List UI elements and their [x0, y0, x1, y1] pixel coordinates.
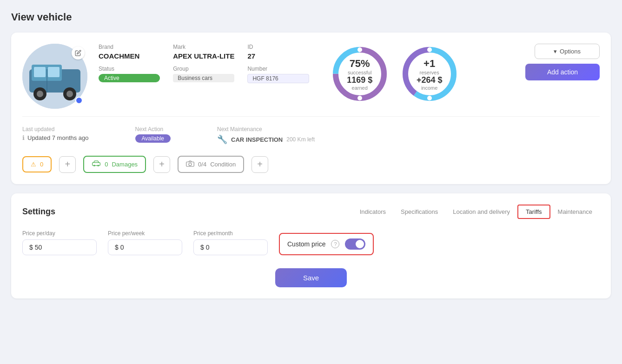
svg-point-19 — [427, 96, 432, 100]
damages-label: Damages — [112, 161, 138, 168]
donut1-sub: successful — [347, 70, 372, 75]
vehicle-avatar — [22, 44, 87, 109]
custom-price-toggle[interactable] — [345, 238, 365, 250]
price-week-input[interactable] — [108, 239, 182, 255]
badges-row: ⚠ 0 + 0 Damages + — [22, 156, 600, 173]
last-updated-label: Last updated — [22, 126, 89, 132]
svg-point-7 — [37, 91, 43, 97]
price-day-group: Price per/day — [22, 230, 97, 255]
last-updated-group: Last updated ℹ Updated 7 months ago — [22, 126, 89, 141]
custom-price-label: Custom price — [287, 240, 325, 248]
group-label: Group — [173, 66, 234, 72]
donut2-income-label: income — [417, 85, 443, 91]
brand-group: Brand COACHMEN — [99, 44, 160, 60]
help-icon: ? — [331, 240, 339, 248]
id-group: ID 27 — [247, 44, 309, 60]
donut1-percent: 75% — [347, 58, 372, 70]
donut2-income: +264 $ — [417, 75, 443, 85]
page-title: View vehicle — [11, 11, 611, 23]
number-group: Number HGF 8176 — [247, 66, 309, 83]
tab-tariffs[interactable]: Tariffs — [517, 205, 550, 219]
next-maintenance-group: Next Maintenance 🔧 CAR INSPECTION 200 Km… — [217, 126, 315, 145]
warning-icon: ⚠ — [31, 161, 36, 168]
brand-label: Brand — [99, 44, 160, 50]
damages-badge[interactable]: 0 Damages — [83, 156, 146, 173]
svg-point-18 — [427, 47, 432, 52]
status-badge: Active — [99, 74, 160, 82]
price-month-label: Price per/month — [193, 230, 268, 237]
tab-indicators[interactable]: Indicators — [352, 205, 393, 218]
settings-title: Settings — [22, 207, 55, 217]
donut2-count-label: reserves — [417, 70, 443, 75]
vehicle-info: Brand COACHMEN Mark APEX ULTRA-LITE ID 2… — [99, 44, 309, 83]
svg-point-13 — [357, 47, 362, 52]
svg-point-9 — [66, 91, 73, 97]
custom-price-group: Custom price ? — [279, 233, 374, 255]
tab-maintenance[interactable]: Maintenance — [550, 205, 600, 218]
info-row: Last updated ℹ Updated 7 months ago Next… — [22, 116, 600, 145]
vehicle-card: Brand COACHMEN Mark APEX ULTRA-LITE ID 2… — [11, 33, 611, 184]
last-updated-value: ℹ Updated 7 months ago — [22, 134, 89, 141]
status-label: Status — [99, 66, 160, 72]
id-label: ID — [247, 44, 309, 50]
warning-add-button[interactable]: + — [59, 156, 76, 173]
condition-count: 0/4 — [198, 161, 206, 168]
mark-label: Mark — [173, 44, 234, 50]
custom-price-box: Custom price ? — [279, 233, 374, 255]
avatar-dot — [75, 97, 83, 104]
condition-badge[interactable]: 0/4 Condition — [178, 156, 244, 173]
car-icon — [92, 160, 101, 168]
next-maintenance-label: Next Maintenance — [217, 126, 315, 132]
brand-value: COACHMEN — [99, 52, 160, 60]
next-action-group: Next Action Available — [135, 126, 171, 143]
group-badge: Business cars — [173, 74, 234, 82]
donut-reserves: +1 reserves +264 $ income — [399, 44, 460, 104]
price-day-label: Price per/day — [22, 230, 97, 237]
tab-specifications[interactable]: Specifications — [393, 205, 445, 218]
settings-tabs: Indicators Specifications Location and d… — [352, 205, 600, 219]
price-month-input[interactable] — [193, 239, 268, 255]
mark-group: Mark APEX ULTRA-LITE — [173, 44, 234, 60]
info-icon: ℹ — [22, 134, 25, 141]
number-badge: HGF 8176 — [247, 74, 309, 83]
price-month-group: Price per/month — [193, 230, 268, 255]
save-btn-wrap: Save — [22, 268, 600, 287]
maintenance-value: 🔧 CAR INSPECTION 200 Km left — [217, 134, 315, 145]
save-button[interactable]: Save — [275, 268, 347, 287]
svg-point-14 — [357, 96, 362, 100]
warning-count: 0 — [40, 161, 43, 168]
wrench-icon: 🔧 — [217, 134, 227, 145]
price-day-input[interactable] — [22, 239, 97, 255]
svg-rect-20 — [93, 163, 100, 166]
id-value: 27 — [247, 52, 309, 60]
settings-header: Settings Indicators Specifications Locat… — [22, 205, 600, 219]
camera-icon — [186, 160, 194, 168]
actions-section: ▾ Options Add action — [525, 44, 600, 80]
settings-card: Settings Indicators Specifications Locat… — [11, 193, 611, 298]
next-action-label: Next Action — [135, 126, 171, 132]
donut1-amount: 1169 $ — [347, 75, 372, 85]
next-action-badge: Available — [135, 134, 171, 143]
donut-earnings: 75% successful 1169 $ earned — [330, 44, 390, 104]
tab-location[interactable]: Location and delivery — [445, 205, 517, 218]
svg-rect-3 — [34, 67, 46, 77]
svg-point-24 — [189, 163, 192, 166]
group-group: Group Business cars — [173, 66, 234, 83]
warning-badge[interactable]: ⚠ 0 — [22, 156, 52, 172]
condition-label: Condition — [210, 161, 236, 168]
options-button[interactable]: ▾ Options — [535, 44, 600, 59]
condition-add-button[interactable]: + — [251, 156, 268, 173]
chevron-down-icon: ▾ — [554, 48, 557, 55]
damages-count: 0 — [105, 161, 108, 168]
svg-point-22 — [98, 165, 99, 166]
price-week-label: Price per/week — [108, 230, 182, 237]
number-label: Number — [247, 66, 309, 72]
donut2-count: +1 — [417, 58, 443, 70]
svg-rect-4 — [48, 67, 60, 77]
svg-point-21 — [93, 165, 95, 166]
add-action-button[interactable]: Add action — [525, 64, 600, 80]
avatar-edit-button[interactable] — [72, 46, 85, 60]
mark-value: APEX ULTRA-LITE — [173, 52, 234, 60]
pricing-row: Price per/day Price per/week Price per/m… — [22, 230, 600, 255]
damages-add-button[interactable]: + — [153, 156, 170, 173]
